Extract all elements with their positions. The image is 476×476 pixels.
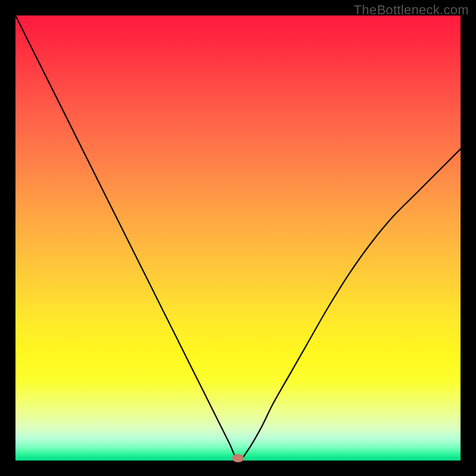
watermark-text: TheBottleneck.com — [354, 2, 469, 18]
chart-container: TheBottleneck.com — [0, 0, 476, 476]
curve-svg — [15, 15, 461, 461]
minimum-marker — [232, 454, 244, 462]
plot-area — [15, 15, 461, 461]
bottleneck-curve-path — [15, 15, 461, 461]
